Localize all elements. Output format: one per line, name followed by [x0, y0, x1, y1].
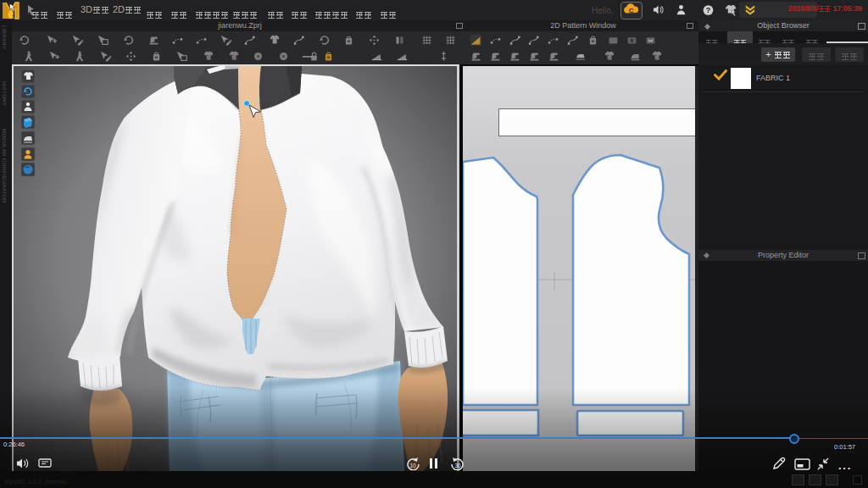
svg-text:?: ? — [706, 6, 710, 14]
svg-text:C: C — [629, 7, 634, 14]
svg-text:30: 30 — [454, 463, 461, 469]
svg-text:10: 10 — [409, 463, 416, 469]
